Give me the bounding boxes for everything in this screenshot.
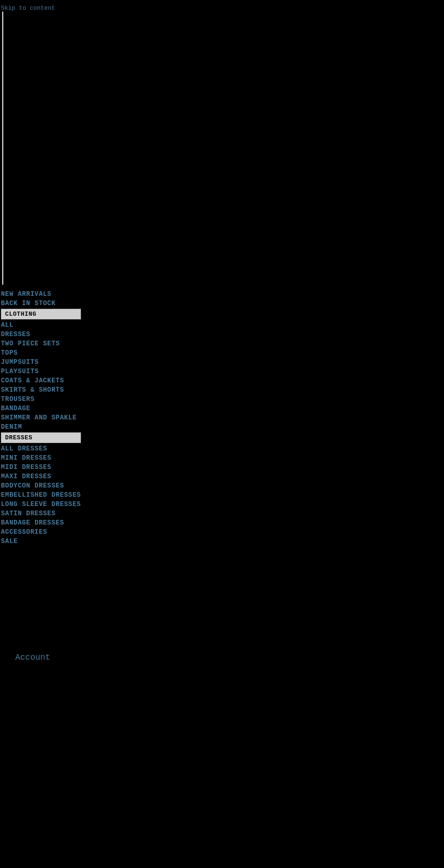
nav-item-playsuits[interactable]: PLAYSUITS [1, 367, 81, 376]
nav-item-shimmer-spakle[interactable]: SHIMMER AND SPAKLE [1, 413, 81, 422]
nav-item-bandage-dresses[interactable]: BANDAGE DRESSES [1, 518, 81, 527]
account-link[interactable]: Account [15, 653, 50, 662]
nav-item-two-piece-sets[interactable]: TWO PIECE SETS [1, 339, 81, 348]
nav-item-long-sleeve-dresses[interactable]: LONG SLEEVE DRESSES [1, 500, 81, 509]
nav-item-maxi-dresses[interactable]: MAXI DRESSES [1, 472, 81, 481]
nav-item-bodycon-dresses[interactable]: BODYCON DRESSES [1, 481, 81, 490]
nav-item-dresses[interactable]: DRESSES [1, 330, 81, 339]
nav-item-embellished-dresses[interactable]: EMBELLISHED DRESSES [1, 490, 81, 500]
nav-item-new-arrivals[interactable]: NEW ARRIVALS [1, 289, 81, 299]
nav-item-skirts-shorts[interactable]: SKIRTS & SHORTS [1, 385, 81, 394]
skip-to-content-link[interactable]: Skip to content [1, 5, 55, 12]
nav-item-jumpsuits[interactable]: JUMPSUITS [1, 357, 81, 367]
nav-item-back-in-stock[interactable]: BACK IN STOCK [1, 299, 81, 308]
account-section: Account [15, 653, 50, 662]
nav-item-accessories[interactable]: ACCESSORIES [1, 527, 81, 537]
nav-item-denim[interactable]: DENIM [1, 422, 81, 431]
nav-item-midi-dresses[interactable]: MIDI DRESSES [1, 462, 81, 472]
nav-item-trousers[interactable]: TROUSERS [1, 394, 81, 404]
nav-button-dresses[interactable]: DRESSES [1, 432, 81, 443]
nav-item-satin-dresses[interactable]: SATIN DRESSES [1, 509, 81, 518]
nav-item-coats-jackets[interactable]: COATS & JACKETS [1, 376, 81, 385]
nav-item-bandage[interactable]: BANDAGE [1, 404, 81, 413]
nav-item-mini-dresses[interactable]: MINI DRESSES [1, 453, 81, 462]
nav-item-sale[interactable]: SALE [1, 537, 81, 546]
left-border-decoration [2, 12, 3, 285]
nav-button-clothing[interactable]: CLOTHING [1, 309, 81, 319]
nav-item-tops[interactable]: TOPS [1, 348, 81, 357]
nav-item-all-dresses[interactable]: ALL DRESSES [1, 444, 81, 453]
nav-item-all[interactable]: All [1, 320, 81, 330]
main-navigation: NEW ARRIVALS BACK IN STOCK CLOTHING All … [1, 289, 81, 546]
